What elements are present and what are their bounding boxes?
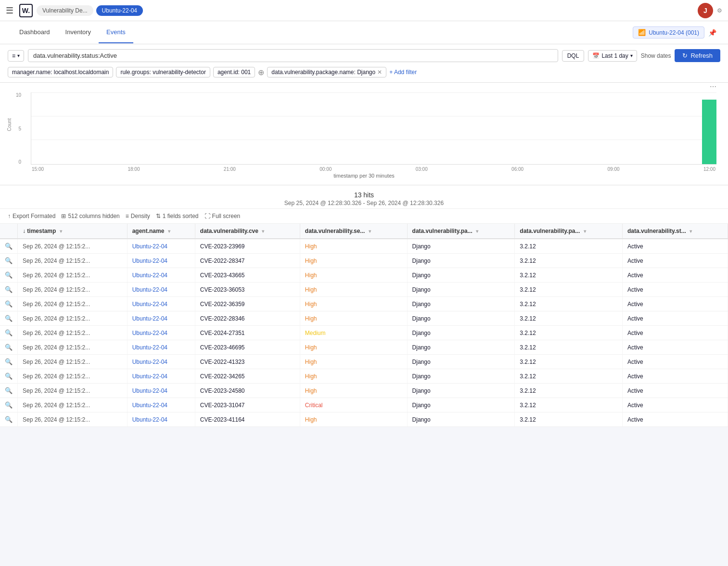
row-agent-11[interactable]: Ubuntu-22-04 <box>127 398 195 412</box>
row-agent-6[interactable]: Ubuntu-22-04 <box>127 326 195 340</box>
chart-container: ⋯ 10 5 0 Count 15:00 18:00 21:00 00:0 <box>12 92 716 179</box>
filter-tag-label-0: manager.name: localhost.localdomain <box>12 69 109 76</box>
menu-icon[interactable]: ☰ <box>6 5 13 16</box>
row-agent-7[interactable]: Ubuntu-22-04 <box>127 340 195 355</box>
row-agent-9[interactable]: Ubuntu-22-04 <box>127 369 195 384</box>
y-tick-0: 0 <box>19 159 22 165</box>
date-picker[interactable]: 📅 Last 1 day ▾ <box>588 50 637 62</box>
row-agent-4[interactable]: Ubuntu-22-04 <box>127 297 195 311</box>
expand-icon-0[interactable]: 🔍 <box>5 243 13 250</box>
row-cve-12: CVE-2023-41164 <box>195 412 300 427</box>
x-label-5: 06:00 <box>511 167 524 172</box>
table-row: 🔍 Sep 26, 2024 @ 12:15:2... Ubuntu-22-04… <box>0 398 728 412</box>
col-version-header[interactable]: data.vulnerability.pa... ▾ <box>515 224 623 239</box>
row-expand-9[interactable]: 🔍 <box>0 369 18 384</box>
row-expand-5[interactable]: 🔍 <box>0 311 18 326</box>
col-package-header[interactable]: data.vulnerability.pa... ▾ <box>407 224 515 239</box>
row-agent-10[interactable]: Ubuntu-22-04 <box>127 384 195 398</box>
nav-dashboard[interactable]: Dashboard <box>12 22 58 43</box>
row-agent-8[interactable]: Ubuntu-22-04 <box>127 355 195 369</box>
row-status-2: Active <box>622 268 728 283</box>
refresh-button[interactable]: ↻ Refresh <box>675 49 720 62</box>
filter-bar: ≡ ▾ DQL 📅 Last 1 day ▾ Show dates ↻ Refr… <box>0 44 728 83</box>
x-label-6: 09:00 <box>608 167 620 172</box>
export-btn[interactable]: ↑ Export Formated <box>8 213 55 219</box>
row-package-6: Django <box>407 326 515 340</box>
expand-icon-11[interactable]: 🔍 <box>5 401 13 409</box>
row-expand-8[interactable]: 🔍 <box>0 355 18 369</box>
density-btn[interactable]: ≡ Density <box>126 213 150 219</box>
row-agent-1[interactable]: Ubuntu-22-04 <box>127 254 195 268</box>
row-expand-4[interactable]: 🔍 <box>0 297 18 311</box>
search-input[interactable] <box>33 52 553 59</box>
breadcrumb-ubuntu[interactable]: Ubuntu-22-04 <box>96 5 143 16</box>
row-version-7: 3.2.12 <box>515 340 623 355</box>
row-expand-2[interactable]: 🔍 <box>0 268 18 283</box>
expand-icon-8[interactable]: 🔍 <box>5 358 13 365</box>
row-expand-6[interactable]: 🔍 <box>0 326 18 340</box>
row-expand-7[interactable]: 🔍 <box>0 340 18 355</box>
filter-tag-3[interactable]: data.vulnerability.package.name: Django … <box>267 67 386 77</box>
row-expand-1[interactable]: 🔍 <box>0 254 18 268</box>
nav-inventory[interactable]: Inventory <box>58 22 99 43</box>
pin-icon[interactable]: 📌 <box>708 29 716 37</box>
col-timestamp-header[interactable]: ↓ timestamp ▾ <box>18 224 128 239</box>
avatar[interactable]: J <box>698 3 713 18</box>
breadcrumb-vulnerability[interactable]: Vulnerability De... <box>37 5 93 16</box>
row-agent-5[interactable]: Ubuntu-22-04 <box>127 311 195 326</box>
col-agent-header[interactable]: agent.name ▾ <box>127 224 195 239</box>
col-severity-header[interactable]: data.vulnerability.se... ▾ <box>300 224 407 239</box>
expand-icon-5[interactable]: 🔍 <box>5 315 13 322</box>
chart-section: ⋯ 10 5 0 Count 15:00 18:00 21:00 00:0 <box>0 83 728 185</box>
table-header-info: 13 hits Sep 25, 2024 @ 12:28:30.326 - Se… <box>0 185 728 209</box>
nav-events[interactable]: Events <box>99 22 133 43</box>
dql-badge[interactable]: DQL <box>562 50 585 62</box>
expand-icon-2[interactable]: 🔍 <box>5 271 13 279</box>
chart-dots-menu[interactable]: ⋯ <box>710 83 716 90</box>
row-agent-0[interactable]: Ubuntu-22-04 <box>127 239 195 254</box>
row-expand-12[interactable]: 🔍 <box>0 412 18 427</box>
row-version-2: 3.2.12 <box>515 268 623 283</box>
date-picker-chevron: ▾ <box>630 53 633 58</box>
table-row: 🔍 Sep 26, 2024 @ 12:15:2... Ubuntu-22-04… <box>0 384 728 398</box>
show-dates-btn[interactable]: Show dates <box>641 52 671 59</box>
table-row: 🔍 Sep 26, 2024 @ 12:15:2... Ubuntu-22-04… <box>0 369 728 384</box>
row-agent-12[interactable]: Ubuntu-22-04 <box>127 412 195 427</box>
row-expand-3[interactable]: 🔍 <box>0 283 18 297</box>
filter-tag-2[interactable]: agent.id: 001 <box>213 67 255 77</box>
search-input-wrap <box>28 49 558 62</box>
filter-tag-0[interactable]: manager.name: localhost.localdomain <box>8 67 113 77</box>
row-expand-10[interactable]: 🔍 <box>0 384 18 398</box>
filter-tag-1[interactable]: rule.groups: vulnerability-detector <box>116 67 210 77</box>
settings-icon[interactable]: ⚙ <box>717 7 722 14</box>
row-package-7: Django <box>407 340 515 355</box>
fullscreen-btn[interactable]: ⛶ Full screen <box>204 213 241 219</box>
row-expand-0[interactable]: 🔍 <box>0 239 18 254</box>
row-expand-11[interactable]: 🔍 <box>0 398 18 412</box>
view-toggle[interactable]: ≡ ▾ <box>8 50 24 62</box>
expand-icon-1[interactable]: 🔍 <box>5 257 13 264</box>
filter-close-icon-3[interactable]: ✕ <box>377 69 382 76</box>
agent-badge-label: Ubuntu-22-04 (001) <box>649 29 699 36</box>
table-row: 🔍 Sep 26, 2024 @ 12:15:2... Ubuntu-22-04… <box>0 239 728 254</box>
expand-icon-7[interactable]: 🔍 <box>5 344 13 351</box>
agent-badge[interactable]: 📶 Ubuntu-22-04 (001) <box>633 26 704 39</box>
expand-icon-10[interactable]: 🔍 <box>5 387 13 394</box>
wifi-icon: 📶 <box>638 29 646 36</box>
sorted-btn[interactable]: ⇅ 1 fields sorted <box>156 213 199 219</box>
col-status-header[interactable]: data.vulnerability.st... ▾ <box>622 224 728 239</box>
add-filter-btn[interactable]: + Add filter <box>389 69 417 76</box>
row-timestamp-10: Sep 26, 2024 @ 12:15:2... <box>18 384 128 398</box>
row-status-6: Active <box>622 326 728 340</box>
columns-btn[interactable]: ⊞ 512 columns hidden <box>61 213 119 219</box>
refresh-label: Refresh <box>690 52 713 59</box>
row-agent-2[interactable]: Ubuntu-22-04 <box>127 268 195 283</box>
row-package-8: Django <box>407 355 515 369</box>
row-agent-3[interactable]: Ubuntu-22-04 <box>127 283 195 297</box>
expand-icon-3[interactable]: 🔍 <box>5 286 13 293</box>
expand-icon-9[interactable]: 🔍 <box>5 373 13 380</box>
expand-icon-6[interactable]: 🔍 <box>5 329 13 336</box>
expand-icon-4[interactable]: 🔍 <box>5 300 13 308</box>
col-cve-header[interactable]: data.vulnerability.cve ▾ <box>195 224 300 239</box>
expand-icon-12[interactable]: 🔍 <box>5 416 13 423</box>
